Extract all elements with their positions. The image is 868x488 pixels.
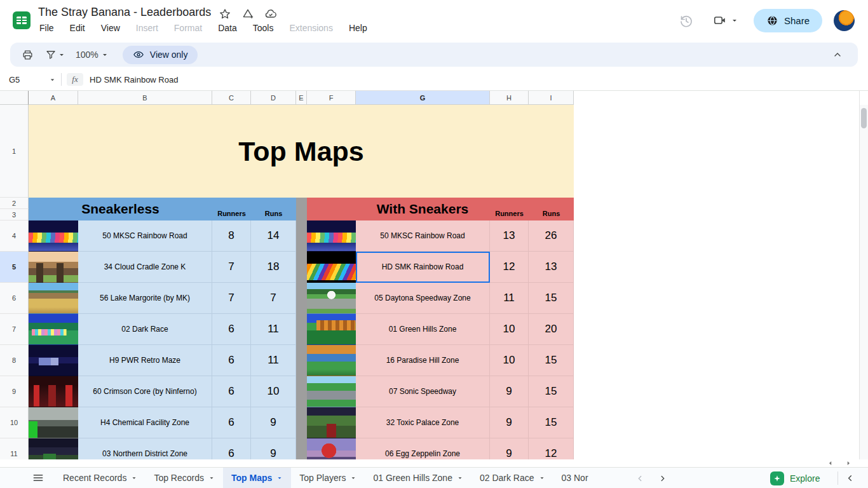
document-status-icon[interactable]	[264, 8, 277, 20]
tab-top-maps[interactable]: Top Maps	[223, 468, 291, 488]
map-thumbnail-cell[interactable]	[29, 220, 78, 252]
hscroll-left-arrow-icon[interactable]	[827, 460, 834, 466]
map-thumbnail-cell[interactable]	[29, 407, 78, 438]
map-thumbnail-cell[interactable]	[29, 283, 78, 314]
row-header-1[interactable]: 1	[0, 105, 29, 198]
map-name-cell[interactable]: 06 Egg Zeppelin Zone	[356, 438, 490, 459]
filter-caret-icon[interactable]	[58, 51, 65, 58]
sneakerless-header-label[interactable]: Sneakerless	[29, 198, 212, 220]
runners-cell[interactable]: 6	[212, 407, 251, 438]
row-header-9[interactable]: 9	[0, 376, 29, 407]
tab-scroll-left-icon[interactable]	[635, 474, 644, 483]
with-sneakers-header-label[interactable]: With Sneakers	[330, 198, 515, 220]
column-header-d[interactable]: D	[251, 91, 296, 105]
sheet-title-cell[interactable]: Top Maps	[29, 105, 574, 198]
runs-cell[interactable]: 9	[251, 438, 296, 459]
runs-cell[interactable]: 13	[529, 252, 574, 283]
map-thumbnail-cell[interactable]	[307, 283, 356, 314]
runs-cell[interactable]: 12	[529, 438, 574, 459]
runners-cell[interactable]: 6	[212, 314, 251, 345]
map-thumbnail-cell[interactable]	[29, 438, 78, 459]
all-sheets-menu-icon[interactable]	[32, 471, 44, 484]
map-name-cell[interactable]: 01 Green Hills Zone	[356, 314, 490, 345]
add-shortcut-to-drive-icon[interactable]	[241, 8, 254, 20]
runs-cell[interactable]: 14	[251, 220, 296, 252]
row-header-10[interactable]: 10	[0, 407, 29, 438]
join-call-button[interactable]	[713, 13, 738, 27]
hscroll-right-arrow-icon[interactable]	[845, 460, 851, 466]
runs-cell[interactable]: 7	[251, 283, 296, 314]
star-icon[interactable]	[219, 8, 231, 20]
view-only-badge[interactable]: View only	[123, 46, 198, 64]
runs-column-label-left[interactable]: Runs	[251, 207, 296, 220]
runners-cell[interactable]: 8	[212, 220, 251, 252]
map-name-cell[interactable]: 03 Northern District Zone	[78, 438, 212, 459]
runners-cell[interactable]: 9	[490, 438, 529, 459]
map-thumbnail-cell[interactable]	[307, 345, 356, 376]
map-thumbnail-cell[interactable]	[29, 376, 78, 407]
runners-cell[interactable]: 6	[212, 345, 251, 376]
runs-cell[interactable]: 15	[529, 376, 574, 407]
tab-02-dark-race[interactable]: 02 Dark Race	[471, 468, 553, 488]
map-name-cell[interactable]: 07 Sonic Speedway	[356, 376, 490, 407]
user-avatar[interactable]	[834, 10, 855, 31]
row-header-5[interactable]: 5	[0, 252, 29, 283]
column-header-e[interactable]: E	[296, 91, 307, 105]
runners-column-label-right[interactable]: Runners	[490, 207, 529, 220]
runners-cell[interactable]: 11	[490, 283, 529, 314]
tab-caret-icon[interactable]	[350, 475, 356, 481]
menu-tools[interactable]: Tools	[253, 23, 274, 33]
runners-cell[interactable]: 10	[490, 314, 529, 345]
map-thumbnail-cell[interactable]	[307, 220, 356, 252]
column-header-g[interactable]: G	[356, 91, 490, 105]
camera-dropdown-caret-icon[interactable]	[731, 17, 738, 24]
map-name-cell[interactable]: 50 MKSC Rainbow Road	[78, 220, 212, 252]
menu-insert[interactable]: Insert	[136, 23, 158, 33]
runners-cell[interactable]: 7	[212, 252, 251, 283]
document-title[interactable]: The Stray Banana - Leaderboards	[38, 6, 211, 19]
tab-recent-records[interactable]: Recent Records	[55, 468, 146, 488]
column-header-b[interactable]: B	[78, 91, 212, 105]
runners-cell[interactable]: 6	[212, 438, 251, 459]
runs-cell[interactable]: 20	[529, 314, 574, 345]
sheets-logo-icon[interactable]	[12, 11, 31, 30]
tab-top-records[interactable]: Top Records	[146, 468, 223, 488]
runners-cell[interactable]: 9	[490, 407, 529, 438]
runs-column-label-right[interactable]: Runs	[529, 207, 574, 220]
runs-cell[interactable]: 11	[251, 345, 296, 376]
map-thumbnail-cell[interactable]	[29, 314, 78, 345]
column-header-h[interactable]: H	[490, 91, 529, 105]
map-thumbnail-cell[interactable]	[307, 438, 356, 459]
map-name-cell[interactable]: 50 MKSC Rainbow Road	[356, 220, 490, 252]
map-name-cell[interactable]: 16 Paradise Hill Zone	[356, 345, 490, 376]
row-header-3[interactable]: 3	[0, 209, 29, 220]
map-thumbnail-cell[interactable]	[29, 252, 78, 283]
map-thumbnail-cell[interactable]	[307, 252, 356, 283]
runs-cell[interactable]: 26	[529, 220, 574, 252]
runs-cell[interactable]: 11	[251, 314, 296, 345]
runs-cell[interactable]: 10	[251, 376, 296, 407]
toolbar-collapse-icon[interactable]	[832, 50, 843, 60]
select-all-corner[interactable]	[0, 91, 29, 105]
vertical-scrollbar-thumb[interactable]	[861, 108, 867, 128]
runners-cell[interactable]: 6	[212, 376, 251, 407]
tab-top-players[interactable]: Top Players	[291, 468, 365, 488]
formula-input[interactable]: HD SMK Rainbow Road	[90, 75, 178, 85]
vertical-scrollbar[interactable]	[859, 105, 868, 459]
side-panel-collapse-button[interactable]	[845, 468, 855, 488]
runs-cell[interactable]: 18	[251, 252, 296, 283]
runners-cell[interactable]: 10	[490, 345, 529, 376]
map-name-cell[interactable]: 60 Crimson Core (by Ninferno)	[78, 376, 212, 407]
tab-03-northern-truncated[interactable]: 03 Nor	[553, 468, 597, 488]
column-header-f[interactable]: F	[307, 91, 356, 105]
zoom-control[interactable]: 100%	[76, 50, 109, 60]
column-header-a[interactable]: A	[29, 91, 78, 105]
menu-data[interactable]: Data	[218, 23, 237, 33]
column-header-i[interactable]: I	[529, 91, 574, 105]
menu-file[interactable]: File	[39, 23, 54, 33]
row-header-11[interactable]: 11	[0, 438, 29, 459]
runs-cell[interactable]: 15	[529, 345, 574, 376]
tab-caret-icon[interactable]	[539, 475, 545, 481]
tab-caret-icon[interactable]	[208, 475, 215, 481]
runs-cell[interactable]: 9	[251, 407, 296, 438]
